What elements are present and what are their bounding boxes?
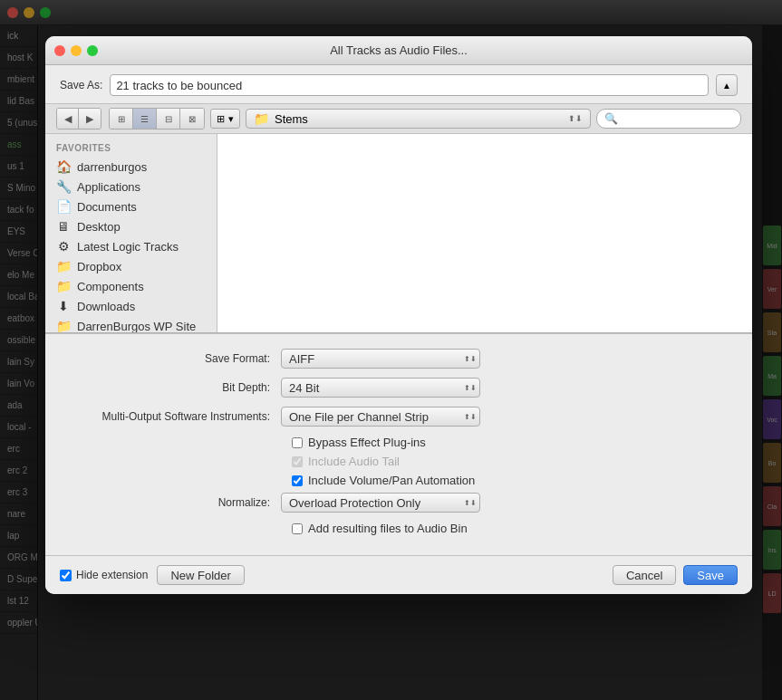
components-icon: 📁	[56, 279, 71, 293]
sidebar-item-downloads[interactable]: ⬇ Downloads	[45, 296, 217, 316]
sidebar-label-desktop: Desktop	[77, 220, 121, 234]
sidebar-label-documents: Documents	[77, 200, 137, 214]
view-options-dropdown[interactable]: ⊞ ▾	[210, 109, 240, 129]
multi-output-row: Multi-Output Software Instruments: One F…	[63, 407, 734, 427]
bypass-effect-label: Bypass Effect Plug-ins	[308, 436, 426, 449]
documents-icon: 📄	[56, 199, 71, 214]
location-dropdown[interactable]: 📁 Stems ⬆⬇	[246, 109, 591, 129]
bit-depth-row: Bit Depth: 16 Bit 24 Bit 32 Bit Float	[63, 378, 734, 398]
content-area: FAVORITES 🏠 darrenburgos 🔧 Applications …	[45, 134, 752, 333]
bottom-left: Hide extension New Folder	[60, 565, 245, 585]
bit-depth-select-wrapper: 16 Bit 24 Bit 32 Bit Float	[281, 378, 480, 398]
bottom-right: Cancel Save	[613, 565, 738, 585]
bottom-bar: Hide extension New Folder Cancel Save	[45, 555, 752, 594]
include-volume-row: Include Volume/Pan Automation	[292, 474, 734, 487]
view-list-button[interactable]: ☰	[133, 109, 157, 129]
bypass-effect-row: Bypass Effect Plug-ins	[292, 436, 734, 449]
sidebar-label-darrenburgos: darrenburgos	[77, 160, 147, 174]
bit-depth-select[interactable]: 16 Bit 24 Bit 32 Bit Float	[281, 378, 480, 398]
file-browser[interactable]	[217, 134, 752, 332]
hide-extension-label: Hide extension	[76, 569, 148, 581]
dialog-traffic-lights	[54, 45, 98, 56]
save-as-input[interactable]	[110, 74, 709, 96]
sidebar-section-label: FAVORITES	[45, 143, 217, 157]
sidebar-label-applications: Applications	[77, 180, 140, 194]
back-button[interactable]: ◀	[57, 109, 79, 129]
include-audio-tail-row: Include Audio Tail	[292, 455, 734, 468]
logic-tracks-icon: ⚙	[56, 239, 71, 254]
desktop-icon: 🖥	[56, 219, 71, 234]
sidebar-item-darrenburgos[interactable]: 🏠 darrenburgos	[45, 157, 217, 177]
sidebar-label-components: Components	[77, 280, 144, 293]
view-icon-button[interactable]: ⊞	[110, 109, 133, 129]
multi-output-select-wrapper: One File per Channel Strip One File per …	[281, 407, 480, 427]
sidebar-item-components[interactable]: 📁 Components	[45, 276, 217, 296]
bypass-effect-checkbox[interactable]	[292, 437, 303, 448]
add-resulting-row: Add resulting files to Audio Bin	[292, 522, 734, 535]
sidebar-item-darren-wp-site[interactable]: 📁 DarrenBurgos WP Site	[45, 316, 217, 332]
save-dialog: All Tracks as Audio Files... Save As: ▲ …	[45, 36, 752, 594]
save-format-label: Save Format:	[63, 352, 281, 365]
location-arrow: ⬆⬇	[568, 114, 583, 123]
add-resulting-checkbox[interactable]	[292, 523, 303, 534]
dialog-maximize-button[interactable]	[87, 45, 98, 56]
applications-icon: 🔧	[56, 179, 71, 194]
search-icon: 🔍	[604, 112, 618, 125]
normalize-select[interactable]: Overload Protection Only On Off	[281, 493, 480, 513]
sidebar-label-downloads: Downloads	[77, 300, 135, 313]
sidebar-label-dropbox: Dropbox	[77, 260, 121, 273]
sidebar-item-desktop[interactable]: 🖥 Desktop	[45, 216, 217, 236]
home-icon: 🏠	[56, 159, 71, 174]
wp-site-icon: 📁	[56, 319, 71, 332]
cancel-button[interactable]: Cancel	[613, 565, 676, 585]
dropbox-icon: 📁	[56, 259, 71, 273]
sidebar-label-latest-logic-tracks: Latest Logic Tracks	[77, 240, 179, 254]
new-folder-button[interactable]: New Folder	[157, 565, 244, 585]
view-button-group: ⊞ ☰ ⊟ ⊠	[109, 108, 205, 129]
dialog-close-button[interactable]	[54, 45, 65, 56]
multi-output-label: Multi-Output Software Instruments:	[63, 410, 281, 423]
include-volume-label: Include Volume/Pan Automation	[308, 474, 475, 487]
options-area: Save Format: AIFF WAV CAF MP3 Bit Depth:…	[45, 333, 752, 555]
dialog-minimize-button[interactable]	[71, 45, 82, 56]
nav-button-group: ◀ ▶	[56, 108, 101, 129]
hide-extension-row: Hide extension	[60, 569, 148, 581]
include-volume-checkbox[interactable]	[292, 475, 303, 486]
bit-depth-label: Bit Depth:	[63, 381, 281, 394]
view-coverflow-button[interactable]: ⊠	[180, 109, 204, 129]
multi-output-select[interactable]: One File per Channel Strip One File per …	[281, 407, 480, 427]
view-columns-button[interactable]: ⊟	[157, 109, 180, 129]
downloads-icon: ⬇	[56, 299, 71, 313]
add-resulting-label: Add resulting files to Audio Bin	[308, 522, 468, 535]
location-label: Stems	[275, 112, 308, 126]
include-audio-tail-checkbox	[292, 456, 303, 467]
normalize-label: Normalize:	[63, 496, 281, 509]
sidebar-item-latest-logic-tracks[interactable]: ⚙ Latest Logic Tracks	[45, 236, 217, 256]
save-as-label: Save As:	[60, 79, 102, 91]
hide-extension-checkbox[interactable]	[60, 570, 72, 581]
save-format-select-wrapper: AIFF WAV CAF MP3	[281, 349, 480, 369]
save-format-select[interactable]: AIFF WAV CAF MP3	[281, 349, 480, 369]
folder-icon: 📁	[254, 111, 269, 126]
save-as-row: Save As: ▲	[45, 65, 752, 103]
search-box[interactable]: 🔍	[596, 109, 741, 129]
save-format-row: Save Format: AIFF WAV CAF MP3	[63, 349, 734, 369]
toolbar-row: ◀ ▶ ⊞ ☰ ⊟ ⊠ ⊞ ▾ 📁 Stems ⬆⬇ 🔍	[45, 103, 752, 134]
save-as-toggle-button[interactable]: ▲	[716, 74, 738, 96]
include-audio-tail-label: Include Audio Tail	[308, 455, 400, 468]
sidebar-label-darren-wp-site: DarrenBurgos WP Site	[77, 320, 196, 333]
sidebar-item-dropbox[interactable]: 📁 Dropbox	[45, 256, 217, 276]
sidebar-item-documents[interactable]: 📄 Documents	[45, 197, 217, 216]
forward-button[interactable]: ▶	[79, 109, 101, 129]
normalize-row: Normalize: Overload Protection Only On O…	[63, 493, 734, 513]
dialog-title: All Tracks as Audio Files...	[330, 43, 468, 57]
save-button[interactable]: Save	[683, 565, 738, 585]
sidebar: FAVORITES 🏠 darrenburgos 🔧 Applications …	[45, 134, 217, 332]
dialog-titlebar: All Tracks as Audio Files...	[45, 36, 752, 65]
normalize-select-wrapper: Overload Protection Only On Off	[281, 493, 480, 513]
sidebar-item-applications[interactable]: 🔧 Applications	[45, 177, 217, 197]
